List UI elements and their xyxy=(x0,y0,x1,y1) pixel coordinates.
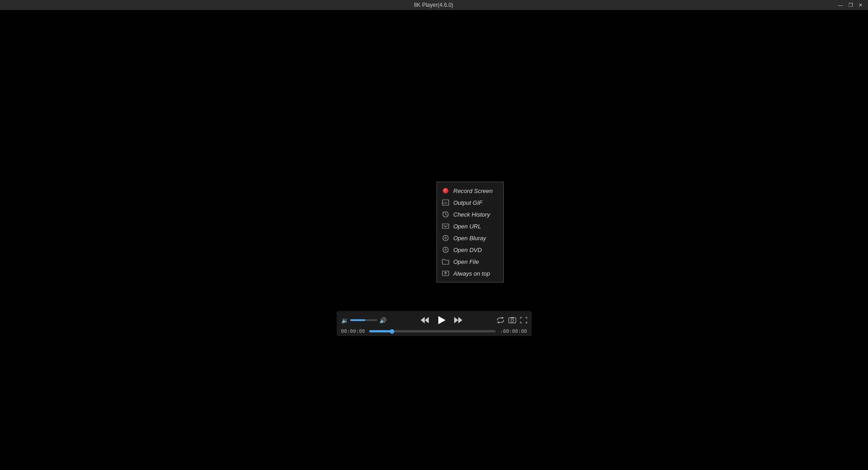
svg-rect-15 xyxy=(509,318,516,323)
rewind-button[interactable] xyxy=(420,316,430,324)
svg-marker-12 xyxy=(425,317,429,323)
video-area xyxy=(0,10,868,470)
always-on-top-icon xyxy=(441,269,450,277)
title-bar: 8K Player(4.6.0) — ❐ ✕ xyxy=(0,0,868,10)
menu-item-check-history[interactable]: Check History xyxy=(437,208,503,220)
menu-item-open-file[interactable]: Open File xyxy=(437,256,503,267)
loop-button[interactable] xyxy=(496,317,505,323)
controls-bar: 🔉 🔊 xyxy=(337,311,532,336)
svg-point-16 xyxy=(511,319,514,322)
fullscreen-button[interactable] xyxy=(520,317,527,323)
menu-item-always-on-top[interactable]: Always on top xyxy=(437,267,503,279)
open-dvd-icon xyxy=(441,246,450,254)
progress-fill xyxy=(369,330,392,332)
right-controls xyxy=(496,317,527,323)
menu-item-open-bluray[interactable]: Open Bluray xyxy=(437,232,503,244)
progress-thumb xyxy=(390,329,394,334)
forward-button[interactable] xyxy=(453,316,463,324)
menu-item-open-dvd[interactable]: Open DVD xyxy=(437,244,503,256)
menu-item-output-gif[interactable]: GIF Output GIF xyxy=(437,197,503,208)
close-button[interactable]: ✕ xyxy=(857,0,864,10)
open-url-icon xyxy=(441,222,450,230)
controls-top-row: 🔉 🔊 xyxy=(341,314,527,327)
svg-rect-3 xyxy=(442,224,449,228)
context-menu: Record Screen GIF Output GIF Check Histo… xyxy=(436,182,504,282)
time-current: 00:00:00 xyxy=(341,328,367,334)
record-screen-icon xyxy=(441,187,450,195)
volume-fill xyxy=(350,319,365,321)
volume-down-icon: 🔉 xyxy=(341,317,348,324)
svg-point-8 xyxy=(445,249,446,251)
time-remaining: -00:00:00 xyxy=(498,328,527,334)
progress-row: 00:00:00 -00:00:00 xyxy=(341,328,527,334)
output-gif-icon: GIF xyxy=(441,198,450,207)
svg-marker-14 xyxy=(458,317,462,323)
volume-group: 🔉 🔊 xyxy=(341,317,387,324)
svg-text:GIF: GIF xyxy=(443,202,447,204)
menu-item-record-screen[interactable]: Record Screen xyxy=(437,185,503,197)
volume-bar[interactable] xyxy=(350,319,378,321)
open-file-icon xyxy=(441,257,450,266)
menu-item-open-url[interactable]: Open URL xyxy=(437,220,503,232)
progress-track[interactable] xyxy=(369,330,495,332)
restore-button[interactable]: ❐ xyxy=(847,0,855,10)
svg-marker-13 xyxy=(454,317,458,323)
svg-marker-11 xyxy=(421,317,425,323)
volume-up-icon: 🔊 xyxy=(379,317,387,324)
check-history-icon xyxy=(441,210,450,218)
minimize-button[interactable]: — xyxy=(836,0,845,10)
window-title: 8K Player(4.6.0) xyxy=(31,2,836,8)
open-bluray-icon xyxy=(441,234,450,242)
playback-controls xyxy=(420,314,463,327)
svg-point-5 xyxy=(445,237,446,239)
play-button[interactable] xyxy=(435,314,448,327)
window-controls: — ❐ ✕ xyxy=(836,0,864,10)
screenshot-button[interactable] xyxy=(508,317,516,323)
